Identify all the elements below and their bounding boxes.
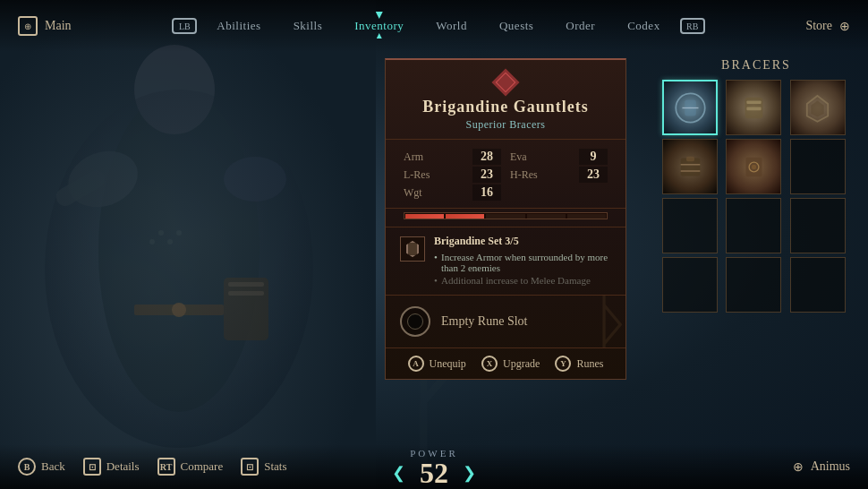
main-label: Main [45, 19, 72, 33]
set-icon-shape [406, 241, 419, 257]
bracer-slot-1[interactable] [662, 80, 718, 135]
bracer-slot-3[interactable] [790, 80, 846, 135]
bracer-slot-9[interactable] [790, 198, 846, 253]
stat-arm-value: 28 [472, 149, 501, 165]
svg-rect-19 [746, 100, 761, 104]
bracer-img-3 [791, 81, 845, 134]
rune-slot-inner [407, 313, 423, 330]
stat-hres-value: 23 [579, 167, 608, 183]
a-button: A [408, 356, 424, 372]
store-label: Store [805, 19, 832, 33]
bracer-icon-4 [670, 147, 711, 187]
runes-label: Runes [576, 357, 603, 371]
rune-slot-label: Empty Rune Slot [441, 314, 527, 329]
upgrade-label: Upgrade [503, 357, 540, 371]
stat-arm: Arm 28 [404, 149, 501, 165]
panel-header: Brigandine Gauntlets Superior Bracers [386, 60, 625, 140]
details-label: Details [106, 459, 140, 474]
nav-codex[interactable]: Codex [611, 13, 676, 39]
svg-rect-26 [686, 156, 694, 160]
nav-right: Store ⊕ [805, 19, 850, 34]
compare-action[interactable]: RT Compare [157, 458, 224, 476]
stat-eva-label: Eva [510, 150, 527, 164]
nav-left: ⊕ Main [18, 16, 72, 36]
stat-wgt-value: 16 [472, 184, 501, 201]
unequip-btn[interactable]: A Unequip [408, 356, 466, 372]
bracer-icon-3 [797, 88, 838, 128]
bracer-slot-10[interactable] [662, 257, 718, 313]
nav-center: LB Abilities Skills Inventory World Ques… [168, 13, 708, 39]
details-button: ⊡ [83, 458, 101, 476]
bracer-icon-5 [734, 147, 774, 187]
quality-seg-4 [527, 214, 566, 219]
runes-btn[interactable]: Y Runes [555, 356, 603, 372]
rune-slot-area[interactable]: Empty Rune Slot ᚦ [386, 296, 625, 348]
stat-eva: Eva 9 [510, 149, 608, 165]
bracer-slot-8[interactable] [726, 198, 781, 253]
nav-skills[interactable]: Skills [277, 13, 339, 39]
bracer-slot-6[interactable] [790, 139, 846, 194]
character-area [0, 0, 376, 489]
unequip-label: Unequip [430, 357, 466, 371]
details-action[interactable]: ⊡ Details [83, 458, 140, 476]
compare-label: Compare [181, 459, 224, 474]
lb-bumper[interactable]: LB [172, 18, 197, 34]
top-nav: ⊕ Main LB Abilities Skills Inventory Wor… [0, 0, 868, 52]
quality-seg-5 [567, 214, 606, 219]
bracer-slot-7[interactable] [662, 198, 718, 253]
quality-bar [404, 212, 608, 219]
y-button: Y [555, 356, 571, 372]
power-value: 52 [420, 459, 448, 487]
b-button: B [18, 458, 36, 476]
bracer-img-1 [664, 82, 716, 133]
nav-world[interactable]: World [420, 13, 483, 39]
rune-slot-circle [400, 306, 430, 337]
bracer-slot-2[interactable] [726, 80, 781, 135]
nav-abilities[interactable]: Abilities [200, 13, 277, 39]
rune-bg-decoration: ᚦ [591, 296, 625, 348]
nav-quests[interactable]: Quests [483, 13, 549, 39]
svg-rect-20 [746, 107, 761, 110]
bracer-slot-12[interactable] [790, 257, 846, 313]
right-panel: Bracers [662, 58, 850, 313]
svg-point-14 [45, 90, 313, 448]
item-panel: Brigandine Gauntlets Superior Bracers Ar… [385, 58, 626, 380]
back-label: Back [41, 459, 65, 474]
item-name: Brigandine Gauntlets [395, 98, 617, 116]
bracer-slot-11[interactable] [726, 257, 781, 313]
set-bonus-text: Brigandine Set 3/5 Increase Armor when s… [434, 235, 611, 287]
stats-grid: Arm 28 Eva 9 L-Res 23 H-Res 23 Wgt 16 [386, 140, 625, 209]
stat-eva-value: 9 [579, 149, 608, 165]
nav-inventory[interactable]: Inventory [338, 13, 420, 39]
animus-icon: ⊕ [793, 459, 804, 475]
set-bonus-2: Additional increase to Melee Damage [434, 275, 611, 286]
stat-hres-label: H-Res [510, 168, 538, 182]
bottom-actions-right: ⊕ Animus [793, 459, 850, 475]
set-icon [400, 236, 425, 262]
stat-wgt: Wgt 16 [404, 184, 501, 201]
bracer-slot-5[interactable] [726, 139, 781, 194]
x-button: X [481, 356, 498, 372]
bracers-title: Bracers [662, 58, 850, 73]
power-arrow-right[interactable]: ❯ [463, 463, 476, 483]
set-title: Brigandine Set 3/5 [434, 235, 611, 248]
upgrade-btn[interactable]: X Upgrade [481, 356, 540, 372]
stat-wgt-label: Wgt [404, 186, 422, 200]
back-action[interactable]: B Back [18, 458, 65, 476]
store-icon: ⊕ [839, 19, 850, 34]
rb-bumper[interactable]: RB [680, 18, 705, 34]
stats-action[interactable]: ⊡ Stats [241, 458, 286, 476]
bracer-img-2 [727, 81, 780, 134]
bottom-bar: B Back ⊡ Details RT Compare ⊡ Stats POWE… [0, 444, 868, 489]
set-bonus-area: Brigandine Set 3/5 Increase Armor when s… [386, 227, 625, 296]
crosshair-icon: ⊕ [18, 16, 38, 36]
animus-label: Animus [811, 459, 850, 474]
power-arrow-left[interactable]: ❮ [392, 463, 405, 483]
quality-seg-1 [405, 214, 444, 219]
stat-arm-label: Arm [404, 150, 423, 164]
svg-point-29 [752, 164, 756, 168]
rt-button: RT [157, 458, 175, 476]
bracer-img-5 [727, 140, 780, 193]
bracer-slot-4[interactable] [662, 139, 718, 194]
nav-order[interactable]: Order [549, 13, 611, 39]
